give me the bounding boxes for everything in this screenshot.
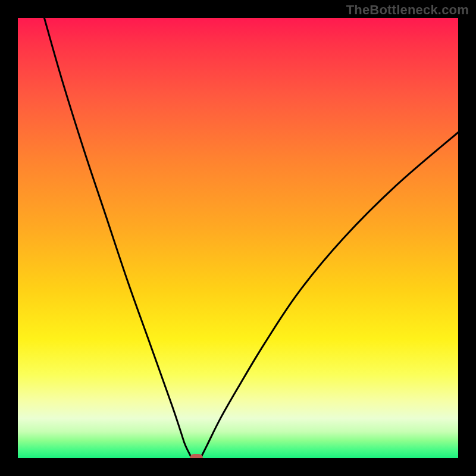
bottleneck-curve <box>18 18 458 458</box>
plot-area <box>18 18 458 458</box>
curve-left-branch <box>44 18 192 458</box>
watermark-text: TheBottleneck.com <box>346 2 469 18</box>
chart-frame: TheBottleneck.com <box>0 0 476 476</box>
curve-right-branch <box>201 132 458 458</box>
optimum-marker <box>190 454 203 458</box>
